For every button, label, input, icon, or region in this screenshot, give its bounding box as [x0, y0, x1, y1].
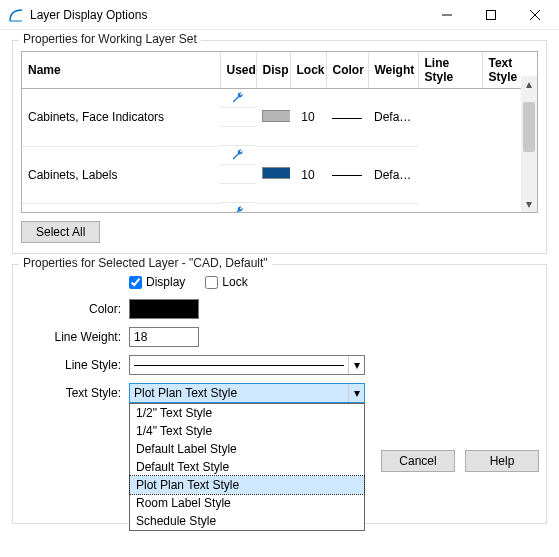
line-style-combo[interactable]: ▾	[129, 355, 365, 375]
cell-used-icon	[220, 203, 256, 213]
cell-weight: 10	[290, 146, 326, 203]
cell-color	[256, 203, 290, 213]
title-bar: Layer Display Options	[0, 0, 559, 30]
help-button[interactable]: Help	[465, 450, 539, 472]
text-style-option[interactable]: Room Label Style	[130, 494, 364, 512]
color-label: Color:	[21, 302, 121, 316]
display-checkbox-label[interactable]: Display	[129, 275, 185, 289]
display-checkbox[interactable]	[129, 276, 142, 289]
col-lock[interactable]: Lock	[290, 52, 326, 89]
text-style-option[interactable]: Plot Plan Text Style	[130, 476, 364, 494]
cell-textstyle: Default Te...	[368, 203, 418, 213]
cell-disp-icon	[220, 108, 256, 127]
cell-used-icon	[220, 89, 256, 108]
cell-textstyle: Default Te...	[368, 89, 418, 147]
cell-color	[256, 146, 290, 203]
cell-color	[256, 89, 290, 147]
table-row[interactable]: Cabinets, Face Indicators10Default Te...	[22, 89, 538, 147]
cell-lock-icon	[220, 184, 256, 203]
scroll-up-icon[interactable]: ▴	[521, 76, 537, 92]
window-title: Layer Display Options	[30, 8, 425, 22]
cell-textstyle: Default ...	[368, 146, 418, 203]
text-style-dropdown[interactable]: 1/2" Text Style1/4" Text StyleDefault La…	[129, 403, 365, 531]
working-layer-set-group: Properties for Working Layer Set Name Us…	[12, 40, 547, 254]
table-row[interactable]: Cabinets, Labels10Default ...	[22, 146, 538, 203]
color-input[interactable]	[129, 299, 199, 319]
table-row[interactable]: Cabinets, Module Lines10Default Te...	[22, 203, 538, 213]
table-scrollbar[interactable]: ▴ ▾	[521, 76, 537, 212]
cell-linestyle	[326, 146, 368, 203]
text-style-value: Plot Plan Text Style	[130, 386, 348, 400]
col-linestyle[interactable]: Line Style	[418, 52, 482, 89]
cell-name: Cabinets, Module Lines	[22, 203, 220, 213]
chevron-down-icon: ▾	[348, 356, 364, 374]
select-all-button[interactable]: Select All	[21, 221, 100, 243]
close-button[interactable]	[513, 1, 557, 29]
text-style-combo[interactable]: Plot Plan Text Style ▾ 1/2" Text Style1/…	[129, 383, 365, 403]
cell-used-icon	[220, 146, 256, 165]
col-color[interactable]: Color	[326, 52, 368, 89]
cell-weight: 10	[290, 203, 326, 213]
cell-disp-icon	[220, 165, 256, 184]
text-style-label: Text Style:	[21, 386, 121, 400]
col-used[interactable]: Used	[220, 52, 256, 89]
app-icon	[8, 7, 24, 23]
cancel-button[interactable]: Cancel	[381, 450, 455, 472]
maximize-button[interactable]	[469, 1, 513, 29]
cell-linestyle	[326, 203, 368, 213]
selected-layer-legend: Properties for Selected Layer - "CAD, De…	[19, 256, 272, 270]
chevron-down-icon: ▾	[348, 384, 364, 402]
col-name[interactable]: Name	[22, 52, 220, 89]
scroll-thumb[interactable]	[523, 102, 535, 152]
cell-weight: 10	[290, 89, 326, 147]
working-layer-legend: Properties for Working Layer Set	[19, 32, 201, 46]
minimize-button[interactable]	[425, 1, 469, 29]
text-style-option[interactable]: Default Label Style	[130, 440, 364, 458]
lock-checkbox-label[interactable]: Lock	[205, 275, 247, 289]
text-style-option[interactable]: 1/4" Text Style	[130, 422, 364, 440]
text-style-option[interactable]: Schedule Style	[130, 512, 364, 530]
layer-table[interactable]: Name Used Disp Lock Color Weight Line St…	[21, 51, 538, 213]
cell-linestyle	[326, 89, 368, 147]
cell-lock-icon	[220, 127, 256, 146]
text-style-option[interactable]: 1/2" Text Style	[130, 404, 364, 422]
line-weight-input[interactable]	[129, 327, 199, 347]
cell-name: Cabinets, Face Indicators	[22, 89, 220, 147]
scroll-down-icon[interactable]: ▾	[521, 196, 537, 212]
lock-checkbox[interactable]	[205, 276, 218, 289]
col-disp[interactable]: Disp	[256, 52, 290, 89]
line-style-label: Line Style:	[21, 358, 121, 372]
selected-layer-group: Properties for Selected Layer - "CAD, De…	[12, 264, 547, 524]
text-style-option[interactable]: Default Text Style	[130, 458, 364, 476]
svg-rect-1	[487, 10, 496, 19]
cell-name: Cabinets, Labels	[22, 146, 220, 203]
col-weight[interactable]: Weight	[368, 52, 418, 89]
line-weight-label: Line Weight:	[21, 330, 121, 344]
